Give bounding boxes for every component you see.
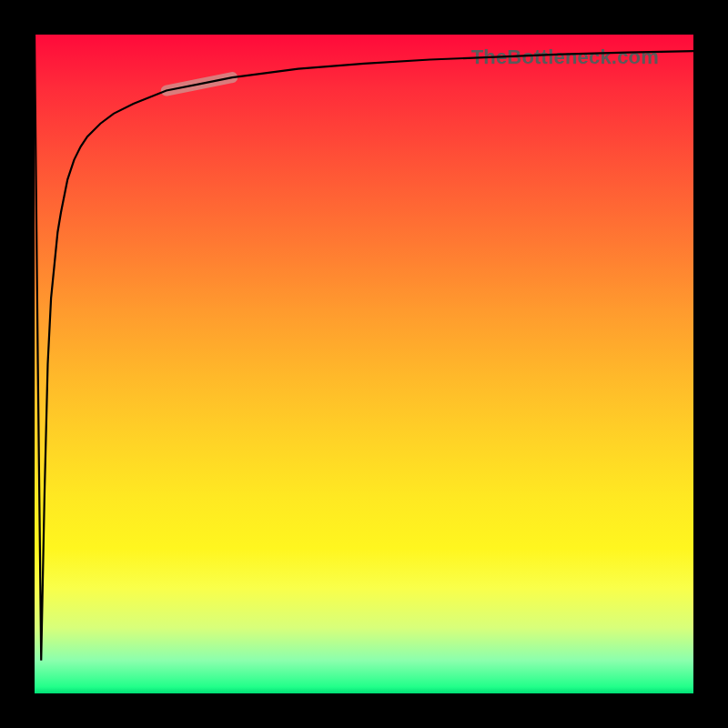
- curve-highlight-segment: [167, 77, 232, 90]
- chart-frame: TheBottleneck.com: [0, 0, 728, 728]
- curve-layer: [35, 35, 693, 693]
- plot-area: TheBottleneck.com: [35, 35, 693, 693]
- attribution-text: TheBottleneck.com: [471, 46, 659, 69]
- bottleneck-curve: [35, 35, 693, 661]
